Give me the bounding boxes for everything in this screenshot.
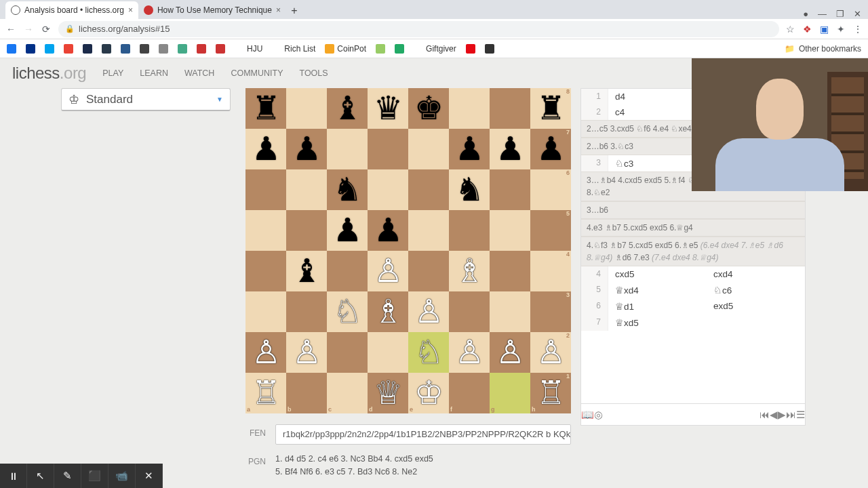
bookmark-item[interactable]: [45, 44, 54, 54]
square-e5[interactable]: [408, 210, 449, 251]
square-e4[interactable]: [408, 251, 449, 291]
square-e1[interactable]: ♔e: [408, 373, 449, 413]
square-d7[interactable]: [368, 129, 408, 169]
square-h8[interactable]: ♜8: [530, 88, 571, 129]
square-d4[interactable]: ♙: [368, 251, 408, 291]
bookmark-item[interactable]: [26, 44, 35, 54]
bookmark-item[interactable]: [466, 44, 475, 54]
square-d5[interactable]: ♟: [368, 210, 408, 251]
next-move-button[interactable]: ▶: [778, 409, 786, 421]
square-d8[interactable]: ♛: [368, 88, 408, 129]
reload-button[interactable]: ⟳: [41, 24, 52, 35]
square-e8[interactable]: ♚: [408, 88, 449, 129]
square-g4[interactable]: [490, 251, 530, 291]
bookmark-item[interactable]: HJU: [235, 44, 262, 54]
square-f4[interactable]: ♗: [449, 251, 490, 291]
move-white[interactable]: ♕xd5: [608, 314, 707, 331]
move-black[interactable]: [707, 314, 805, 331]
square-f1[interactable]: f: [449, 373, 490, 413]
account-icon[interactable]: ●: [803, 9, 808, 19]
square-h6[interactable]: 6: [530, 169, 571, 210]
bookmark-item[interactable]: Rich List: [272, 44, 315, 54]
square-b4[interactable]: ♝: [286, 251, 327, 291]
nav-learn[interactable]: LEARN: [140, 68, 168, 78]
bookmark-item[interactable]: CoinPot: [325, 44, 366, 54]
nav-play[interactable]: PLAY: [102, 68, 123, 78]
square-h3[interactable]: 3: [530, 291, 571, 332]
square-c3[interactable]: ♘: [327, 291, 368, 332]
move-black[interactable]: ♘c6: [707, 282, 805, 298]
move-black[interactable]: exd5: [707, 298, 805, 314]
square-g3[interactable]: [490, 291, 530, 332]
bookmark-item[interactable]: [121, 44, 130, 54]
square-b2[interactable]: ♙: [286, 332, 327, 373]
square-a5[interactable]: [245, 210, 286, 251]
bookmark-item[interactable]: [64, 44, 73, 54]
square-f7[interactable]: ♟: [449, 129, 490, 169]
bookmark-item[interactable]: [178, 44, 187, 54]
nav-watch[interactable]: WATCH: [184, 68, 214, 78]
move-white[interactable]: ♕d1: [608, 298, 707, 314]
square-f6[interactable]: ♞: [449, 169, 490, 210]
menu-icon[interactable]: ⋮: [853, 24, 863, 35]
bookmark-item[interactable]: [197, 44, 206, 54]
square-e6[interactable]: [408, 169, 449, 210]
close-tab-icon[interactable]: ×: [276, 5, 281, 15]
bookmark-item[interactable]: [395, 44, 404, 54]
last-move-button[interactable]: ⏭: [786, 409, 796, 420]
browser-tab-active[interactable]: Analysis board • lichess.org ×: [5, 1, 138, 19]
square-c8[interactable]: ♝: [327, 88, 368, 129]
square-c2[interactable]: [327, 332, 368, 373]
other-bookmarks[interactable]: 📁 Other bookmarks: [785, 44, 861, 54]
menu-button[interactable]: ☰: [796, 409, 805, 421]
square-g7[interactable]: ♟: [490, 129, 530, 169]
square-c7[interactable]: [327, 129, 368, 169]
back-button[interactable]: ←: [5, 24, 16, 35]
practice-icon[interactable]: ◎: [594, 409, 603, 421]
variation-line[interactable]: 4.♘f3 ♗b7 5.cxd5 exd5 6.♗e5 (6.e4 dxe4 7…: [581, 237, 805, 266]
square-d2[interactable]: [368, 332, 408, 373]
extensions-icon[interactable]: ✦: [837, 24, 845, 35]
site-logo[interactable]: lichess.org: [12, 64, 86, 83]
chessboard[interactable]: ♜♝♛♚♜8♟♟♟♟♟7♞♞6♟♟5♝♙♗4♘♗♙3♙♙♘♙♙♙2♖abc♕d♔…: [245, 88, 571, 413]
square-h2[interactable]: ♙2: [530, 332, 571, 373]
square-b1[interactable]: b: [286, 373, 327, 413]
ext2-icon[interactable]: ▣: [820, 24, 829, 35]
minimize-icon[interactable]: —: [818, 9, 827, 19]
url-field[interactable]: 🔒 lichess.org/analysis#15: [58, 21, 779, 37]
square-d1[interactable]: ♕d: [368, 373, 408, 413]
rec-pen[interactable]: ✎: [54, 464, 81, 488]
bookmark-item[interactable]: [83, 44, 92, 54]
book-icon[interactable]: 📖: [581, 409, 594, 421]
square-d3[interactable]: ♗: [368, 291, 408, 332]
square-g5[interactable]: [490, 210, 530, 251]
move-white[interactable]: cxd5: [608, 266, 707, 282]
square-a7[interactable]: ♟: [245, 129, 286, 169]
square-a6[interactable]: [245, 169, 286, 210]
square-a3[interactable]: [245, 291, 286, 332]
rec-camera[interactable]: 📹: [108, 464, 136, 488]
square-d6[interactable]: [368, 169, 408, 210]
square-e2[interactable]: ♘: [408, 332, 449, 373]
square-f2[interactable]: ♙: [449, 332, 490, 373]
square-a8[interactable]: ♜: [245, 88, 286, 129]
ext1-icon[interactable]: ❖: [803, 24, 812, 35]
square-b5[interactable]: [286, 210, 327, 251]
square-g1[interactable]: g: [490, 373, 530, 413]
square-b6[interactable]: [286, 169, 327, 210]
new-tab-button[interactable]: +: [286, 3, 302, 19]
square-b8[interactable]: [286, 88, 327, 129]
bookmark-item[interactable]: [140, 44, 149, 54]
bookmark-item[interactable]: [376, 44, 385, 54]
star-icon[interactable]: ☆: [786, 24, 795, 35]
square-c6[interactable]: ♞: [327, 169, 368, 210]
variant-select[interactable]: ♔ Standard ▼: [61, 88, 231, 111]
rec-cursor[interactable]: ↖: [27, 464, 54, 488]
square-g6[interactable]: [490, 169, 530, 210]
square-c1[interactable]: c: [327, 373, 368, 413]
variation-line[interactable]: 4.e3 ♗b7 5.cxd5 exd5 6.♕g4: [581, 219, 805, 237]
rec-pause[interactable]: ⏸: [0, 464, 27, 488]
bookmark-item[interactable]: [102, 44, 111, 54]
move-black[interactable]: cxd4: [707, 266, 805, 282]
rec-close[interactable]: ✕: [136, 464, 163, 488]
